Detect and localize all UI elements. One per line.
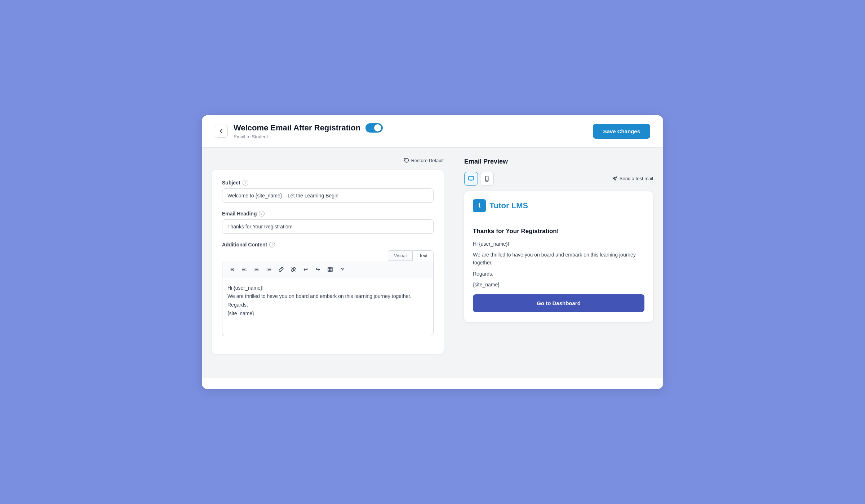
- editor-area: Visual Text B: [222, 250, 434, 336]
- align-center-button[interactable]: [251, 264, 262, 275]
- bold-button[interactable]: B: [227, 264, 238, 275]
- active-toggle[interactable]: [365, 123, 383, 133]
- link-button[interactable]: [276, 264, 287, 275]
- save-changes-button[interactable]: Save Changes: [593, 124, 650, 139]
- svg-rect-15: [469, 176, 474, 180]
- subject-input[interactable]: [222, 188, 434, 203]
- email-line1: Hi {user_name}!: [473, 240, 644, 248]
- left-panel: Restore Default Subject i Email Heading …: [202, 148, 454, 378]
- subject-group: Subject i: [222, 180, 434, 203]
- email-line4: {site_name}: [473, 281, 644, 289]
- content-label-row: Additional Content i: [222, 242, 434, 247]
- help-button[interactable]: ?: [337, 264, 348, 275]
- content-group: Additional Content i Visual Text B: [222, 242, 434, 336]
- header-subtitle: Email to Student: [234, 134, 587, 139]
- unlink-button[interactable]: [288, 264, 299, 275]
- heading-info-icon[interactable]: i: [259, 211, 265, 217]
- preview-controls: Send a test mail: [464, 172, 653, 186]
- svg-point-19: [487, 180, 487, 180]
- editor-tabs: Visual Text: [222, 250, 434, 261]
- email-logo-area: t Tutor LMS: [464, 191, 653, 219]
- email-body: Thanks for Your Registration! Hi {user_n…: [464, 219, 653, 322]
- email-preview-card: t Tutor LMS Thanks for Your Registration…: [464, 191, 653, 322]
- editor-content[interactable]: Hi {user_name}! We are thrilled to have …: [222, 278, 433, 336]
- email-heading: Thanks for Your Registration!: [473, 228, 644, 235]
- send-test-label: Send a test mail: [620, 176, 653, 181]
- heading-input[interactable]: [222, 219, 434, 234]
- preview-title: Email Preview: [464, 158, 653, 165]
- header-title-area: Welcome Email After Registration Email t…: [234, 123, 587, 139]
- back-button[interactable]: [215, 125, 228, 138]
- mobile-view-button[interactable]: [480, 172, 494, 186]
- desktop-icon: [468, 175, 474, 182]
- subject-info-icon[interactable]: i: [243, 180, 248, 186]
- email-line3: Regards,: [473, 270, 644, 278]
- undo-button[interactable]: ↩: [300, 264, 311, 275]
- restore-default-label: Restore Default: [411, 158, 444, 163]
- redo-button[interactable]: ↪: [312, 264, 323, 275]
- main-container: Welcome Email After Registration Email t…: [202, 115, 663, 389]
- content-info-icon[interactable]: i: [269, 242, 275, 247]
- table-button[interactable]: [325, 264, 336, 275]
- header-title-row: Welcome Email After Registration: [234, 123, 587, 133]
- align-left-button[interactable]: [239, 264, 250, 275]
- heading-group: Email Heading i: [222, 211, 434, 234]
- align-right-button[interactable]: [263, 264, 274, 275]
- restore-icon: [404, 158, 409, 163]
- heading-label: Email Heading: [222, 211, 257, 217]
- restore-default-button[interactable]: Restore Default: [404, 158, 444, 163]
- editor-wrapper: B: [222, 261, 434, 336]
- main-body: Restore Default Subject i Email Heading …: [202, 148, 663, 378]
- editor-line1: Hi {user_name}!: [227, 284, 428, 293]
- heading-label-row: Email Heading i: [222, 211, 434, 217]
- tab-text[interactable]: Text: [413, 250, 434, 261]
- editor-line2: We are thrilled to have you on board and…: [227, 292, 428, 301]
- svg-rect-10: [328, 267, 332, 272]
- toggle-thumb: [374, 124, 381, 131]
- editor-line4: {site_name}: [227, 309, 428, 318]
- tutor-lms-logo-icon: t: [473, 199, 486, 212]
- editor-toolbar: B: [222, 261, 433, 278]
- tab-visual[interactable]: Visual: [388, 250, 413, 261]
- email-line2: We are thrilled to have you on board and…: [473, 251, 644, 267]
- toggle-track: [365, 123, 383, 133]
- right-panel: Email Preview: [454, 148, 663, 378]
- go-to-dashboard-button[interactable]: Go to Dashboard: [473, 294, 644, 312]
- header: Welcome Email After Registration Email t…: [202, 115, 663, 148]
- logo-text: Tutor LMS: [489, 201, 528, 210]
- editor-line3: Regards,: [227, 301, 428, 309]
- subject-label: Subject: [222, 180, 240, 186]
- device-buttons: [464, 172, 494, 186]
- svg-text:t: t: [478, 201, 481, 209]
- form-card: Subject i Email Heading i Addi: [212, 170, 444, 354]
- send-test-mail-button[interactable]: Send a test mail: [612, 176, 653, 181]
- subject-label-row: Subject i: [222, 180, 434, 186]
- desktop-view-button[interactable]: [464, 172, 478, 186]
- content-label: Additional Content: [222, 242, 267, 247]
- send-icon: [612, 176, 617, 181]
- mobile-icon: [484, 175, 490, 182]
- logo-lms: LMS: [509, 201, 528, 210]
- page-title: Welcome Email After Registration: [234, 123, 360, 133]
- logo-tutor: Tutor: [489, 201, 509, 210]
